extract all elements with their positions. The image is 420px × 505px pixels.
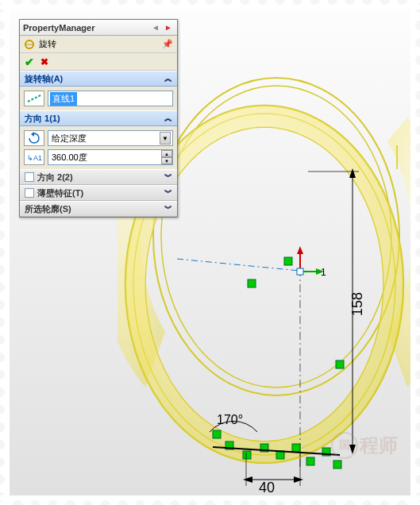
angle-icon: ↳A1 [24, 149, 44, 165]
next-icon[interactable]: ► [163, 22, 174, 33]
chevron-up-icon: ︽ [164, 113, 172, 124]
svg-text:↳A1: ↳A1 [27, 154, 42, 162]
section-axis-body: 直线1 [20, 87, 177, 110]
ok-button[interactable]: ✔ [25, 56, 34, 68]
dropdown-arrow-icon: ▼ [160, 132, 171, 145]
end-condition-value: 给定深度 [52, 133, 87, 145]
svg-marker-39 [31, 132, 34, 137]
chevron-down-icon: ︾ [164, 203, 172, 214]
angle-value: 360.00度 [52, 152, 87, 164]
prev-icon[interactable]: ◄ [150, 22, 161, 33]
axis-icon [24, 91, 44, 106]
axis-value: 直线1 [50, 92, 77, 106]
thin-checkbox[interactable] [25, 188, 34, 198]
chevron-down-icon: ︾ [164, 187, 172, 199]
cancel-button[interactable]: ✖ [40, 56, 48, 67]
angle-input[interactable]: 360.00度 ▲ ▼ [48, 149, 173, 165]
dim-height[interactable]: 158 [349, 292, 366, 316]
property-manager-panel: PropertyManager ◄ ► 旋转 📌 ✔ ✖ 旋转轴(A) ︽ [19, 19, 178, 218]
spinner-up[interactable]: ▲ [161, 150, 172, 157]
end-condition-dropdown[interactable]: 给定深度 ▼ [48, 130, 173, 146]
feature-label: 旋转 [39, 38, 56, 50]
confirm-row: ✔ ✖ [20, 53, 177, 71]
section-dir2-header[interactable]: 方向 2(2) ︾ [20, 169, 177, 185]
dir2-checkbox[interactable] [25, 172, 34, 182]
watermark: 国 程师 [331, 432, 398, 459]
revolve-icon [23, 38, 36, 51]
pin-icon[interactable]: 📌 [161, 38, 174, 51]
spinner-down[interactable]: ▼ [161, 157, 172, 164]
viewport[interactable]: 158 40 170° 1 PropertyManager ◄ ► 旋转 📌 ✔… [6, 6, 414, 499]
dim-angle[interactable]: 170° [217, 413, 243, 427]
section-axis-header[interactable]: 旋转轴(A) ︽ [20, 71, 177, 87]
reverse-icon[interactable] [24, 130, 44, 146]
axis-input[interactable]: 直线1 [48, 91, 173, 106]
svg-line-38 [28, 95, 40, 102]
chevron-down-icon: ︾ [164, 172, 172, 183]
dim-width[interactable]: 40 [259, 480, 275, 496]
section-contour-header[interactable]: 所选轮廓(S) ︾ [20, 201, 177, 217]
section-dir1-body: 给定深度 ▼ ↳A1 360.00度 ▲ ▼ [20, 126, 177, 169]
feature-row: 旋转 📌 [20, 36, 177, 53]
panel-title-bar: PropertyManager ◄ ► [20, 20, 177, 36]
origin-label: 1 [321, 267, 326, 278]
chevron-up-icon: ︽ [164, 73, 172, 84]
section-thin-header[interactable]: 薄壁特征(T) ︾ [20, 185, 177, 201]
panel-title: PropertyManager [23, 23, 94, 33]
section-dir1-header[interactable]: 方向 1(1) ︽ [20, 110, 177, 126]
